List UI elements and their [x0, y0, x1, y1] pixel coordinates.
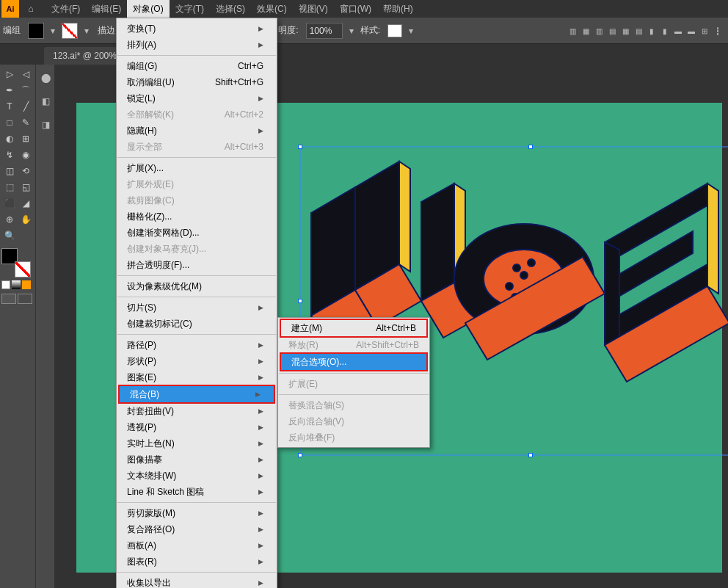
menu-item[interactable]: 设为像素级优化(M)	[117, 278, 277, 294]
submenu-item[interactable]: 混合选项(O)...	[281, 354, 426, 370]
selection-handle[interactable]	[298, 453, 302, 457]
menu-item[interactable]: 排列(A)▶	[117, 37, 277, 53]
tool-gradient[interactable]: ◢	[18, 196, 33, 211]
align-vcenter-icon[interactable]: ▦	[619, 23, 631, 39]
menu-item[interactable]: 取消编组(U)Shift+Ctrl+G	[117, 74, 277, 90]
align-hcenter-icon[interactable]: ▦	[580, 23, 592, 39]
layers-panel-icon[interactable]: ◧	[36, 91, 55, 112]
tool-rectangle[interactable]: □	[2, 115, 17, 130]
artboards-panel-icon[interactable]: ◨	[36, 115, 55, 135]
menu-item[interactable]: 路径(P)▶	[117, 337, 277, 353]
menu-item[interactable]: 复合路径(O)▶	[117, 521, 277, 537]
home-icon[interactable]: ⌂	[22, 4, 40, 14]
stroke-dropdown-icon[interactable]: ▾	[82, 26, 91, 36]
distribute-v2-icon[interactable]: ▬	[685, 23, 697, 39]
tool-hand[interactable]: ✋	[18, 212, 33, 227]
menu-window[interactable]: 窗口(W)	[334, 0, 377, 18]
menu-item[interactable]: 图案(E)▶	[117, 369, 277, 385]
stroke-swatch[interactable]	[62, 23, 78, 39]
tool-zoom[interactable]: 🔍	[2, 228, 17, 243]
menu-effect[interactable]: 效果(C)	[251, 0, 293, 18]
tool-rotate[interactable]: ↯	[2, 148, 17, 162]
color-mode-none[interactable]	[22, 280, 31, 289]
style-dropdown-icon[interactable]: ▾	[407, 26, 415, 36]
menu-file[interactable]: 文件(F)	[46, 0, 86, 18]
menu-item[interactable]: 变换(T)▶	[117, 21, 277, 37]
stroke-color-swatch[interactable]	[15, 261, 31, 277]
menu-item[interactable]: 图像描摹▶	[117, 451, 277, 468]
selection-handle[interactable]	[528, 453, 533, 457]
tool-pen[interactable]: ✒	[2, 83, 17, 98]
tool-shaper[interactable]: ◐	[2, 131, 17, 146]
screen-mode-normal[interactable]	[1, 294, 16, 304]
menu-select[interactable]: 选择(S)	[210, 0, 251, 18]
transform-panel-icon[interactable]: ⊞	[699, 23, 710, 39]
align-left-icon[interactable]: ▥	[567, 23, 578, 39]
menu-item[interactable]: 栅格化(Z)...	[117, 208, 277, 225]
menu-item[interactable]: 实时上色(N)▶	[117, 435, 277, 451]
menu-view[interactable]: 视图(V)	[293, 0, 334, 18]
tool-mesh[interactable]: ⬛	[2, 196, 17, 211]
menu-text[interactable]: 文字(T)	[170, 0, 210, 18]
menu-item[interactable]: 封套扭曲(V)▶	[117, 403, 277, 419]
blend-submenu[interactable]: 建立(M)Alt+Ctrl+B释放(R)Alt+Shift+Ctrl+B混合选项…	[277, 317, 430, 448]
menu-item[interactable]: 编组(G)Ctrl+G	[117, 58, 277, 74]
color-mode-solid[interactable]	[1, 280, 10, 289]
color-mode-gradient[interactable]	[12, 280, 21, 289]
submenu-item: 反向堆叠(F)	[278, 429, 429, 446]
menu-item[interactable]: 切片(S)▶	[117, 300, 277, 316]
tool-free-transform[interactable]: ⟲	[18, 164, 33, 178]
menu-item[interactable]: 创建渐变网格(D)...	[117, 225, 277, 241]
menu-item[interactable]: 形状(P)▶	[117, 353, 277, 369]
menu-help[interactable]: 帮助(H)	[377, 0, 419, 18]
menu-edit[interactable]: 编辑(E)	[86, 0, 127, 18]
fill-dropdown-icon[interactable]: ▾	[48, 26, 57, 36]
more-icon[interactable]: ┇	[712, 23, 724, 39]
tool-direct-select[interactable]: ◁	[18, 67, 33, 81]
menu-item[interactable]: 图表(R)▶	[117, 553, 277, 570]
opacity-dropdown-icon[interactable]: ▾	[347, 26, 356, 36]
tool-perspective[interactable]: ◱	[18, 180, 33, 195]
object-menu-dropdown[interactable]: 变换(T)▶排列(A)▶编组(G)Ctrl+G取消编组(U)Shift+Ctrl…	[116, 18, 277, 588]
submenu-item[interactable]: 建立(M)Alt+Ctrl+B	[281, 320, 426, 336]
menu-item[interactable]: 文本绕排(W)▶	[117, 468, 277, 484]
opacity-input[interactable]	[306, 23, 343, 39]
menu-item[interactable]: 锁定(L)▶	[117, 90, 277, 106]
menu-item[interactable]: 扩展(X)...	[117, 160, 277, 176]
menu-item[interactable]: 剪切蒙版(M)▶	[117, 505, 277, 521]
menu-item[interactable]: 拼合透明度(F)...	[117, 257, 277, 273]
selection-handle[interactable]	[298, 299, 302, 303]
menu-item[interactable]: 收集以导出▶	[117, 575, 277, 588]
fill-swatch[interactable]	[28, 23, 44, 39]
tool-selection[interactable]: ▷	[2, 67, 17, 81]
selection-handle[interactable]	[528, 145, 533, 149]
tool-eraser[interactable]: ⊞	[18, 131, 33, 146]
align-top-icon[interactable]: ▤	[606, 23, 618, 39]
menu-item[interactable]: 透视(P)▶	[117, 419, 277, 435]
menu-item[interactable]: 混合(B)▶	[120, 386, 274, 402]
align-bottom-icon[interactable]: ▤	[633, 23, 644, 39]
align-right-icon[interactable]: ▥	[593, 23, 605, 39]
selection-handle[interactable]	[298, 145, 302, 149]
tool-brush[interactable]: ✎	[18, 115, 33, 130]
appearance-panel-icon[interactable]: ⬤	[36, 68, 55, 88]
tool-line[interactable]: ╱	[18, 99, 33, 114]
screen-mode-full[interactable]	[18, 294, 32, 304]
distribute-h-icon[interactable]: ▮	[646, 23, 658, 39]
tool-curvature[interactable]: ⌒	[18, 83, 33, 98]
menu-item[interactable]: 隐藏(H)▶	[117, 123, 277, 139]
style-swatch[interactable]	[387, 24, 402, 37]
fill-stroke-swatches[interactable]	[1, 248, 31, 277]
menu-item[interactable]: Line 和 Sketch 图稿▶	[117, 484, 277, 500]
distribute-h2-icon[interactable]: ▮	[659, 23, 671, 39]
menu-item: 创建对象马赛克(J)...	[117, 241, 277, 257]
tool-width[interactable]: ◫	[2, 164, 17, 178]
menu-item[interactable]: 创建裁切标记(C)	[117, 316, 277, 332]
tool-shape-builder[interactable]: ⬚	[2, 180, 17, 195]
tool-type[interactable]: T	[2, 99, 17, 114]
menu-item[interactable]: 画板(A)▶	[117, 537, 277, 553]
tool-eyedropper[interactable]: ⊕	[2, 212, 17, 227]
distribute-v-icon[interactable]: ▬	[672, 23, 684, 39]
tool-scale[interactable]: ◉	[18, 148, 33, 162]
menu-object[interactable]: 对象(O)	[127, 0, 169, 18]
